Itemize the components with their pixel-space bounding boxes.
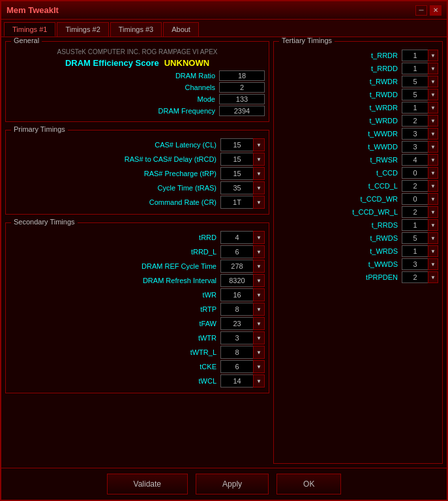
tfaw-dropdown[interactable]: ▼ bbox=[253, 317, 265, 330]
cl-input[interactable] bbox=[220, 138, 253, 151]
tab-timings1[interactable]: Timings #1 bbox=[4, 22, 55, 37]
ok-button[interactable]: OK bbox=[276, 474, 341, 494]
left-panel: General ASUSTeK COMPUTER INC. ROG RAMPAG… bbox=[5, 41, 269, 464]
trrds-dropdown[interactable]: ▼ bbox=[428, 219, 438, 231]
trwds-input[interactable] bbox=[402, 232, 428, 244]
tccdwrl-input[interactable] bbox=[402, 206, 428, 218]
cr-label: Command Rate (CR) bbox=[10, 198, 220, 206]
tras-input[interactable] bbox=[220, 181, 253, 194]
twtrl-dropdown[interactable]: ▼ bbox=[253, 346, 265, 359]
twwds-dropdown[interactable]: ▼ bbox=[428, 258, 438, 270]
twtr-input[interactable] bbox=[220, 331, 253, 344]
tccd-dropdown[interactable]: ▼ bbox=[428, 167, 438, 179]
twrdr-input[interactable] bbox=[402, 102, 428, 114]
cl-dropdown[interactable]: ▼ bbox=[253, 138, 265, 151]
twwdr-input[interactable] bbox=[402, 128, 428, 140]
trrds-input[interactable] bbox=[402, 219, 428, 231]
tfaw-input[interactable] bbox=[220, 317, 253, 330]
twtrl-input[interactable] bbox=[220, 346, 253, 359]
tab-timings2[interactable]: Timings #2 bbox=[57, 22, 108, 37]
trrdd-input[interactable] bbox=[402, 63, 428, 74]
trrdr-input[interactable] bbox=[402, 50, 428, 61]
tab-bar: Timings #1 Timings #2 Timings #3 About bbox=[1, 20, 447, 37]
trrdd-dropdown[interactable]: ▼ bbox=[428, 63, 438, 74]
secondary-row-1: tRRD_L ▼ bbox=[10, 245, 265, 258]
trtp-dropdown[interactable]: ▼ bbox=[253, 303, 265, 316]
trwds-dropdown[interactable]: ▼ bbox=[428, 232, 438, 244]
close-button[interactable]: ✕ bbox=[430, 5, 441, 16]
primary-row-3: Cycle Time (tRAS) ▼ bbox=[10, 181, 265, 194]
dram-refresh-dropdown[interactable]: ▼ bbox=[253, 274, 265, 287]
tab-timings3[interactable]: Timings #3 bbox=[110, 22, 162, 37]
tab-about[interactable]: About bbox=[163, 22, 199, 37]
trwdr-input[interactable] bbox=[402, 76, 428, 87]
twrdr-dropdown[interactable]: ▼ bbox=[428, 102, 438, 114]
window-title: Mem TweakIt bbox=[7, 5, 59, 15]
title-buttons: ─ ✕ bbox=[415, 5, 441, 16]
dram-refresh-input[interactable] bbox=[220, 274, 253, 287]
dram-ref-dropdown[interactable]: ▼ bbox=[253, 260, 265, 273]
footer: Validate Apply OK bbox=[1, 468, 447, 500]
twr-input[interactable] bbox=[220, 288, 253, 301]
tertiary-row-15: t_WRDS ▼ bbox=[278, 245, 438, 257]
dram-ratio-value: 18 bbox=[219, 70, 265, 81]
trrdl-dropdown[interactable]: ▼ bbox=[253, 245, 265, 258]
tertiary-section: Tertiary Timings t_RRDR ▼ t_RRDD ▼ t_RWD… bbox=[273, 41, 443, 464]
twwdr-dropdown[interactable]: ▼ bbox=[428, 128, 438, 140]
title-bar: Mem TweakIt ─ ✕ bbox=[1, 1, 447, 20]
validate-button[interactable]: Validate bbox=[107, 474, 188, 494]
cr-dropdown[interactable]: ▼ bbox=[253, 196, 265, 209]
tras-dropdown[interactable]: ▼ bbox=[253, 181, 265, 194]
twtr-label: tWTR bbox=[10, 334, 220, 342]
trrd-dropdown[interactable]: ▼ bbox=[253, 231, 265, 244]
twr-dropdown[interactable]: ▼ bbox=[253, 288, 265, 301]
twcl-dropdown[interactable]: ▼ bbox=[253, 374, 265, 387]
twwdd-input[interactable] bbox=[402, 141, 428, 153]
trwdd-input[interactable] bbox=[402, 89, 428, 100]
twrds-input[interactable] bbox=[402, 245, 428, 257]
twrds-label: t_WRDS bbox=[278, 247, 402, 255]
primary-section-label: Primary Timings bbox=[11, 125, 68, 133]
tccdwr-input[interactable] bbox=[402, 193, 428, 205]
twcl-input[interactable] bbox=[220, 374, 253, 387]
minimize-button[interactable]: ─ bbox=[415, 5, 427, 16]
secondary-row-8: tWTR_L ▼ bbox=[10, 346, 265, 359]
tccdl-dropdown[interactable]: ▼ bbox=[428, 180, 438, 192]
trtp-input[interactable] bbox=[220, 303, 253, 316]
tccdwrl-label: t_CCD_WR_L bbox=[278, 208, 402, 216]
tprpden-dropdown[interactable]: ▼ bbox=[428, 271, 438, 283]
tccdl-input[interactable] bbox=[402, 180, 428, 192]
tccd-input[interactable] bbox=[402, 167, 428, 179]
tertiary-row-1: t_RRDD ▼ bbox=[278, 63, 438, 74]
dram-ref-input[interactable] bbox=[220, 260, 253, 273]
trp-dropdown[interactable]: ▼ bbox=[253, 167, 265, 180]
twtr-dropdown[interactable]: ▼ bbox=[253, 331, 265, 344]
trwdd-dropdown[interactable]: ▼ bbox=[428, 89, 438, 100]
trwsr-input[interactable] bbox=[402, 154, 428, 166]
twrdd-input[interactable] bbox=[402, 115, 428, 127]
tcke-input[interactable] bbox=[220, 360, 253, 373]
primary-row-2: RAS# Precharge (tRP) ▼ bbox=[10, 167, 265, 180]
twrdd-dropdown[interactable]: ▼ bbox=[428, 115, 438, 127]
twwds-input[interactable] bbox=[402, 258, 428, 270]
trwdr-dropdown[interactable]: ▼ bbox=[428, 76, 438, 87]
trcd-input[interactable] bbox=[220, 153, 253, 166]
tccdwr-dropdown[interactable]: ▼ bbox=[428, 193, 438, 205]
twwdd-dropdown[interactable]: ▼ bbox=[428, 141, 438, 153]
dram-ratio-row: DRAM Ratio 18 bbox=[10, 70, 265, 81]
tertiary-row-7: t_WWDD ▼ bbox=[278, 141, 438, 153]
apply-button[interactable]: Apply bbox=[196, 474, 269, 494]
tcke-dropdown[interactable]: ▼ bbox=[253, 360, 265, 373]
cr-input[interactable] bbox=[220, 196, 253, 209]
trrd-input[interactable] bbox=[220, 231, 253, 244]
trcd-dropdown[interactable]: ▼ bbox=[253, 153, 265, 166]
tertiary-row-6: t_WWDR ▼ bbox=[278, 128, 438, 140]
trwsr-dropdown[interactable]: ▼ bbox=[428, 154, 438, 166]
trrdr-dropdown[interactable]: ▼ bbox=[428, 50, 438, 61]
twrds-dropdown[interactable]: ▼ bbox=[428, 245, 438, 257]
trrdl-input[interactable] bbox=[220, 245, 253, 258]
trp-label: RAS# Precharge (tRP) bbox=[10, 170, 220, 177]
trp-input[interactable] bbox=[220, 167, 253, 180]
tprpden-input[interactable] bbox=[402, 271, 428, 283]
tccdwrl-dropdown[interactable]: ▼ bbox=[428, 206, 438, 218]
